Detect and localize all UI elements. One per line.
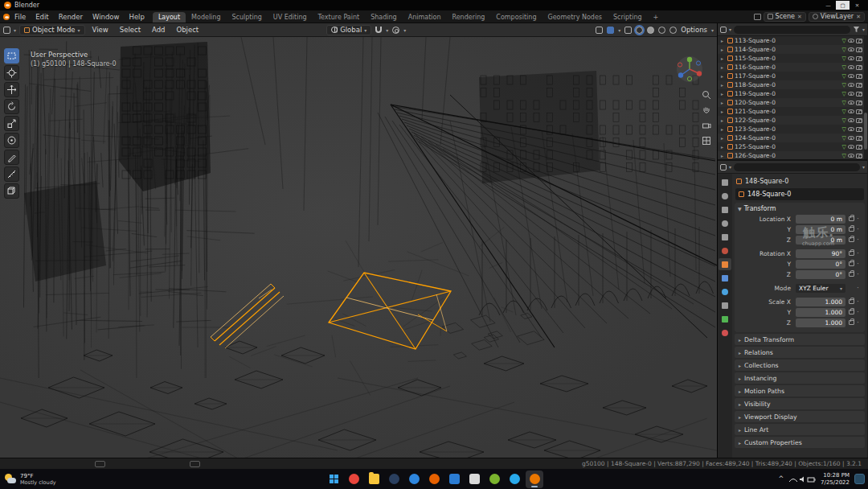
expand-arrow-icon[interactable]: ▸ [721, 109, 726, 114]
workspace-tab[interactable]: Shading [365, 12, 403, 23]
disable-in-render-icon[interactable] [856, 109, 862, 114]
pan-hand-icon[interactable] [702, 105, 711, 115]
animate-dot-icon[interactable]: · [857, 299, 859, 304]
workspace-tab[interactable]: Scripting [608, 12, 648, 23]
app-menu-icon[interactable] [3, 14, 10, 20]
expand-arrow-icon[interactable]: ▸ [721, 38, 726, 43]
rotate-tool[interactable] [4, 99, 19, 114]
value-field[interactable]: 90° ▾ [796, 249, 845, 258]
value-field[interactable]: 1.000 ▾ [796, 318, 845, 327]
tab-modifiers-icon[interactable] [719, 272, 731, 284]
disable-in-render-icon[interactable] [856, 92, 862, 97]
outliner-filter-dropdown-arrow[interactable]: ▾ [862, 27, 865, 32]
outliner-row[interactable]: ▸ 123-Square-0 ▽ [718, 125, 867, 134]
animate-dot-icon[interactable]: · [857, 261, 859, 266]
snap-magnet-icon[interactable] [375, 27, 382, 33]
firefox-icon[interactable] [425, 471, 443, 488]
outliner-row[interactable]: ▸ 118-Square-0 ▽ [718, 80, 867, 89]
outliner-row[interactable]: ▸ 126-Square-0 ▽ [718, 151, 867, 159]
disable-in-render-icon[interactable] [856, 74, 862, 79]
animate-dot-icon[interactable]: · [857, 320, 859, 325]
value-field[interactable]: 1.000 ▾ [796, 298, 845, 306]
outliner-search-input[interactable] [734, 26, 850, 34]
value-field[interactable]: 0 m ▾ [796, 236, 845, 244]
animate-dot-icon[interactable]: · [857, 310, 859, 314]
expand-arrow-icon[interactable]: ▸ [721, 144, 726, 150]
shading-solid-icon[interactable] [647, 27, 654, 34]
workspace-tab[interactable]: Texture Paint [313, 12, 366, 23]
properties-section[interactable]: ▸ Custom Properties [735, 437, 865, 448]
cursor-tool[interactable] [4, 65, 19, 80]
transform-panel-header[interactable]: ▼ Transform [735, 203, 865, 214]
disable-in-render-icon[interactable] [856, 56, 862, 61]
outliner-row[interactable]: ▸ 113-Square-0 ▽ [718, 36, 867, 45]
tab-constraints-icon[interactable] [719, 299, 731, 311]
tab-render-icon[interactable] [719, 190, 731, 202]
outliner-row[interactable]: ▸ 119-Square-0 ▽ [718, 89, 867, 98]
lock-icon[interactable] [849, 237, 854, 242]
properties-section[interactable]: ▸ Motion Paths [735, 385, 865, 397]
properties-section[interactable]: ▸ Viewport Display [735, 411, 865, 422]
animate-dot-icon[interactable]: · [857, 227, 859, 232]
viewlayer-selector[interactable]: ViewLayer ✕ [809, 12, 865, 22]
value-field[interactable]: 1.000 ▾ [796, 308, 845, 317]
properties-editor-icon[interactable] [720, 164, 727, 171]
outliner-scrollbar[interactable] [864, 36, 867, 159]
menubar-menu[interactable]: Edit [31, 13, 53, 21]
outliner-row[interactable]: ▸ 122-Square-0 ▽ [718, 116, 867, 125]
outliner-editor-dropdown-arrow[interactable]: ▾ [729, 27, 731, 32]
properties-options-arrow[interactable]: ▾ [862, 164, 865, 170]
scale-tool[interactable] [4, 116, 19, 131]
tab-view-layer-icon[interactable] [719, 217, 731, 229]
disable-in-render-icon[interactable] [856, 136, 862, 141]
expand-arrow-icon[interactable]: ▸ [721, 100, 726, 105]
tab-object-data-icon[interactable] [719, 313, 731, 325]
tab-object-icon[interactable] [719, 258, 731, 270]
outliner-row[interactable]: ▸ 117-Square-0 ▽ [718, 72, 867, 80]
overlays-dropdown-arrow[interactable]: ▾ [618, 27, 620, 33]
wechat-icon[interactable] [485, 471, 503, 488]
options-dropdown-arrow[interactable]: ▾ [711, 27, 714, 33]
disable-in-render-icon[interactable] [856, 101, 862, 105]
tab-scene-icon[interactable] [719, 231, 731, 243]
3d-viewport[interactable]: User Perspective (1) g50100 | 148-Square… [0, 37, 717, 458]
outliner-row[interactable]: ▸ 114-Square-0 ▽ [718, 45, 867, 54]
workspace-tab[interactable]: Sculpting [226, 12, 267, 23]
hide-in-viewport-icon[interactable] [848, 74, 854, 78]
minimize-button[interactable]: — [821, 1, 835, 10]
lock-icon[interactable] [849, 299, 854, 304]
lock-icon[interactable] [849, 272, 854, 277]
xray-toggle-icon[interactable] [624, 27, 632, 34]
expand-arrow-icon[interactable]: ▸ [721, 47, 726, 52]
lock-icon[interactable] [849, 261, 854, 266]
hide-in-viewport-icon[interactable] [848, 127, 854, 131]
outliner-row[interactable]: ▸ 121-Square-0 ▽ [718, 107, 867, 116]
animate-dot-icon[interactable]: · [857, 216, 859, 221]
animate-dot-icon[interactable]: · [857, 237, 859, 242]
workspace-tab[interactable]: + [648, 12, 665, 23]
menubar-menu[interactable]: Render [54, 13, 88, 21]
measure-tool[interactable] [4, 166, 19, 182]
annotate-tool[interactable] [4, 150, 19, 165]
workspace-tab[interactable]: Compositing [490, 12, 542, 23]
workspace-tab[interactable]: Modeling [186, 12, 226, 23]
outliner-row[interactable]: ▸ 125-Square-0 ▽ [718, 142, 867, 151]
hide-in-viewport-icon[interactable] [848, 145, 854, 149]
properties-section[interactable]: ▸ Delta Transform [735, 334, 865, 345]
animate-dot-icon[interactable]: · [857, 272, 859, 277]
expand-arrow-icon[interactable]: ▸ [721, 64, 726, 70]
start-button[interactable] [325, 471, 342, 488]
outliner-row[interactable]: ▸ 120-Square-0 ▽ [718, 98, 867, 107]
clock[interactable]: 10:28 PM 7/25/2022 [821, 472, 850, 486]
workspace-tab[interactable]: Animation [403, 12, 447, 23]
proportional-edit-icon[interactable] [392, 27, 399, 34]
zoom-icon[interactable] [702, 90, 711, 100]
camera-view-icon[interactable] [702, 121, 711, 130]
workspace-tab[interactable]: Layout [153, 12, 186, 23]
properties-editor-dropdown-arrow[interactable]: ▾ [729, 164, 731, 170]
tab-output-icon[interactable] [719, 203, 731, 216]
gizmo-toggle-icon[interactable] [596, 27, 603, 34]
options-label[interactable]: Options [681, 26, 707, 34]
chrome-icon[interactable] [345, 471, 362, 488]
hide-in-viewport-icon[interactable] [848, 83, 854, 87]
